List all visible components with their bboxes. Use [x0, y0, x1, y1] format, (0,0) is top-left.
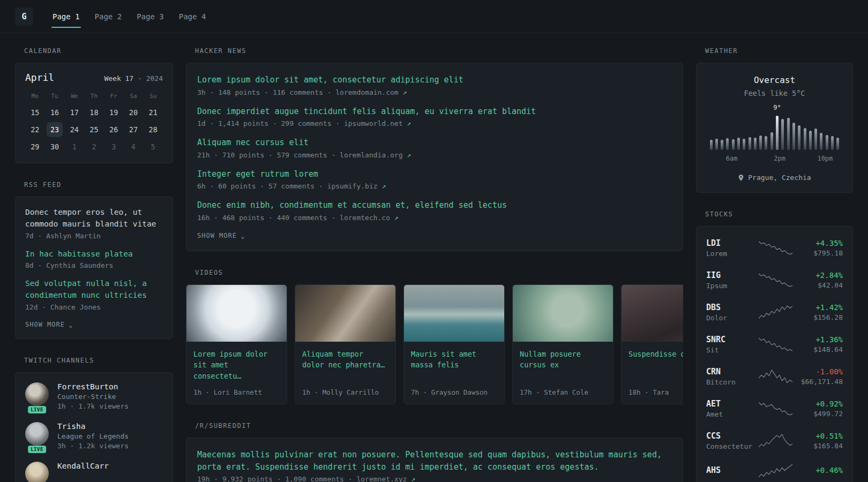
hn-item-title[interactable]: Donec imperdiet augue tincidunt felis al… — [197, 106, 672, 118]
twitch-channel-row[interactable]: LIVE ForrestBurton Counter-Strike 1h · 1… — [25, 382, 163, 410]
rss-section-title: RSS FEED — [24, 181, 173, 189]
tab-page-4[interactable]: Page 4 — [171, 0, 214, 33]
stock-symbol[interactable]: LDI — [706, 238, 753, 248]
channel-name[interactable]: KendallCarr — [57, 462, 109, 470]
stock-row[interactable]: SNRC Sit +1.36% $148.64 — [706, 328, 843, 360]
video-title[interactable]: Lorem ipsum dolor sit amet consectetu… — [193, 349, 280, 382]
live-badge: LIVE — [28, 406, 46, 413]
weather-time-label: 6am — [726, 155, 738, 162]
tab-page-2[interactable]: Page 2 — [87, 0, 130, 33]
reddit-post-title[interactable]: Maecenas mollis pulvinar erat non posuer… — [197, 449, 672, 473]
video-card[interactable]: Mauris sit amet massa felis 7h · Grayson… — [403, 284, 505, 405]
rss-item-meta: 7d · Ashlyn Martin — [25, 232, 163, 240]
hackernews-section: HACKER NEWS Lorem ipsum dolor sit amet, … — [186, 47, 683, 251]
left-column: CALENDAR April Week 17 · 2024 Mo Tu We T… — [15, 47, 173, 482]
external-link-icon[interactable]: ↗ — [381, 182, 386, 190]
channel-info: Trisha League of Legends 3h · 1.2k viewe… — [57, 422, 129, 450]
weather-bar: 9° — [776, 114, 779, 150]
stock-symbol[interactable]: IIG — [706, 270, 753, 280]
rss-show-more-button[interactable]: SHOW MORE ⌄ — [25, 321, 73, 329]
external-link-icon[interactable]: ↗ — [407, 151, 411, 159]
show-more-label: SHOW MORE — [197, 232, 237, 239]
external-link-icon[interactable]: ↗ — [411, 475, 415, 482]
stock-row[interactable]: DBS Dolor +1.42% $156.28 — [706, 296, 843, 328]
stock-row[interactable]: IIG Ipsum +2.84% $42.04 — [706, 264, 843, 296]
video-thumbnail[interactable] — [622, 285, 683, 342]
stock-values: +4.35% $795.18 — [798, 239, 843, 257]
channel-name[interactable]: ForrestBurton — [57, 382, 129, 391]
video-title[interactable]: Nullam posuere cursus ex — [520, 349, 606, 371]
weather-condition: Overcast — [708, 75, 841, 85]
video-card[interactable]: Lorem ipsum dolor sit amet consectetu… 1… — [186, 284, 287, 405]
video-card[interactable]: Suspendisse diam 18h · Tara — [621, 284, 683, 405]
calendar-day: 19 — [104, 105, 124, 120]
video-thumbnail[interactable] — [186, 285, 287, 342]
hn-item-title[interactable]: Lorem ipsum dolor sit amet, consectetur … — [197, 74, 672, 86]
video-title[interactable]: Aliquam tempor dolor nec pharetra… — [302, 349, 388, 371]
video-card[interactable]: Nullam posuere cursus ex 17h · Stefan Co… — [512, 284, 613, 405]
stock-symbol[interactable]: AET — [706, 399, 753, 409]
stock-row[interactable]: CRN Bitcorn -1.00% $66,171.48 — [706, 360, 843, 393]
hn-item: Donec imperdiet augue tincidunt felis al… — [197, 106, 672, 128]
hn-meta-text: 1d · 1,414 points · 299 comments · ipsum… — [197, 119, 403, 127]
stock-name: Lorem — [706, 250, 753, 258]
stock-sparkline — [759, 433, 792, 448]
hn-show-more-button[interactable]: SHOW MORE ⌄ — [197, 232, 245, 240]
video-meta: 17h · Stefan Cole — [520, 388, 606, 396]
app-logo[interactable]: G — [15, 7, 33, 26]
stock-change: +2.84% — [798, 271, 843, 280]
video-thumbnail[interactable] — [404, 285, 504, 342]
video-meta: 1h · Lori Barnett — [193, 388, 280, 396]
rss-item-title[interactable]: Donec tempor eros leo, ut commodo mauris… — [25, 207, 163, 230]
stock-change: +1.42% — [798, 303, 843, 312]
weather-bar — [737, 114, 740, 150]
tab-page-3[interactable]: Page 3 — [129, 0, 171, 33]
stock-name: Amet — [706, 410, 753, 418]
video-thumbnail[interactable] — [513, 285, 613, 342]
twitch-channel-row[interactable]: KendallCarr — [25, 462, 163, 482]
stock-sparkline — [759, 240, 792, 255]
hn-item-meta: 3h · 148 points · 116 comments · loremdo… — [197, 88, 672, 96]
video-title[interactable]: Mauris sit amet massa felis — [411, 349, 497, 371]
video-card[interactable]: Aliquam tempor dolor nec pharetra… 1h · … — [295, 284, 396, 405]
video-thumbnail[interactable] — [295, 285, 395, 342]
video-title[interactable]: Suspendisse diam — [628, 349, 683, 360]
stock-row[interactable]: AET Amet +0.92% $499.72 — [706, 393, 843, 425]
avatar-wrap: LIVE — [25, 422, 49, 450]
stock-symbol[interactable]: CRN — [706, 367, 753, 376]
hn-item-title[interactable]: Integer eget rutrum lorem — [197, 168, 672, 180]
stock-symbol[interactable]: AHS — [706, 465, 753, 475]
stock-symbol[interactable]: DBS — [706, 303, 753, 312]
calendar-day: 15 — [25, 105, 45, 120]
weather-location-row: Prague, Czechia — [708, 174, 841, 182]
weather-bar — [798, 114, 800, 150]
stock-name: Sit — [706, 346, 753, 354]
hn-item-title[interactable]: Donec enim nibh, condimentum et accumsan… — [197, 199, 672, 212]
external-link-icon[interactable]: ↗ — [407, 119, 411, 127]
stock-values: +2.84% $42.04 — [798, 271, 843, 289]
reddit-post: Maecenas mollis pulvinar erat non posuer… — [197, 449, 672, 482]
stock-row[interactable]: LDI Lorem +4.35% $795.18 — [706, 232, 843, 264]
weather-bar — [715, 114, 718, 150]
stock-symbol[interactable]: SNRC — [706, 335, 753, 344]
external-link-icon[interactable]: ↗ — [403, 88, 407, 96]
weather-bar — [749, 114, 751, 150]
stock-row[interactable]: CCS Consectetur +0.51% $165.84 — [706, 425, 843, 457]
rss-item-title[interactable]: Sed volutpat nulla nisl, a condimentum n… — [25, 278, 163, 302]
external-link-icon[interactable]: ↗ — [394, 214, 399, 222]
hackernews-widget: Lorem ipsum dolor sit amet, consectetur … — [186, 63, 683, 251]
calendar-year: 2024 — [146, 74, 163, 82]
video-body: Aliquam tempor dolor nec pharetra… 1h · … — [295, 342, 395, 404]
weather-chart-wrap: 9° 6am2pm10pm — [710, 114, 840, 163]
tab-page-1[interactable]: Page 1 — [45, 0, 87, 33]
stock-row[interactable]: AHS +0.46% — [706, 457, 843, 482]
calendar-day-next-month: 3 — [104, 139, 124, 154]
twitch-channel-row[interactable]: LIVE Trisha League of Legends 3h · 1.2k … — [25, 422, 163, 450]
videos-section-title: VIDEOS — [195, 269, 683, 276]
hn-item-title[interactable]: Aliquam nec cursus elit — [197, 137, 672, 149]
stock-symbol[interactable]: CCS — [706, 431, 753, 441]
channel-name[interactable]: Trisha — [57, 422, 129, 431]
weather-bar — [792, 114, 795, 150]
rss-item-meta: 12d · Chance Jones — [25, 303, 163, 311]
rss-item-title[interactable]: In hac habitasse platea — [25, 248, 163, 260]
